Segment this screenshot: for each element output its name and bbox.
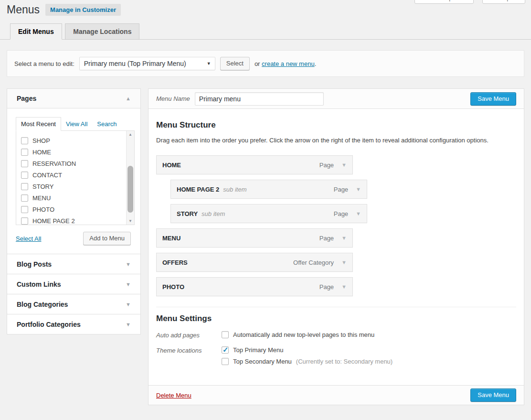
help-button[interactable]: Help [482, 0, 525, 4]
menu-item-label: MENU [162, 235, 181, 242]
menu-item-type: Offer Category [293, 259, 334, 266]
menu-item-label: STORY [177, 210, 198, 217]
chevron-down-icon[interactable]: ▼ [126, 322, 131, 327]
auto-add-checkbox[interactable] [222, 331, 229, 338]
menu-item-type: Page [334, 210, 348, 217]
pages-section-header[interactable]: Pages ▲ [7, 89, 140, 108]
delete-menu-link[interactable]: Delete Menu [156, 392, 191, 399]
page-checklist-label: MENU [32, 194, 51, 202]
scroll-down-icon[interactable]: ▼ [127, 217, 134, 225]
chevron-down-icon[interactable]: ▼ [341, 284, 347, 290]
chevron-up-icon[interactable]: ▲ [126, 96, 131, 101]
page-checkbox[interactable] [21, 217, 28, 225]
list-scrollbar[interactable]: ▲ ▼ [126, 131, 134, 225]
scroll-up-icon[interactable]: ▲ [127, 131, 134, 138]
create-menu-text: or create a new menu. [255, 60, 316, 67]
menu-item-home-page-2[interactable]: HOME PAGE 2 sub item Page ▼ [170, 180, 367, 199]
menu-select-bar: Select a menu to edit: Primary menu (Top… [7, 50, 524, 77]
chevron-down-icon[interactable]: ▼ [126, 302, 131, 307]
page-title: Menus [7, 3, 40, 17]
scrollbar-thumb[interactable] [127, 166, 133, 213]
page-checklist-label: RESERVATION [32, 160, 76, 167]
chevron-down-icon[interactable]: ▼ [356, 186, 361, 192]
menu-item-type: Page [319, 235, 334, 242]
page-checkbox[interactable] [21, 160, 28, 167]
menu-editor-panel: Menu Name Save Menu Menu Structure Drag … [148, 88, 524, 405]
top-secondary-checkbox[interactable] [222, 358, 229, 365]
tab-edit-menus[interactable]: Edit Menus [10, 23, 62, 40]
page-checklist-item: CONTACT [21, 169, 123, 181]
blog-categories-section: Blog Categories ▼ [7, 294, 140, 314]
page-checklist-item: HOME PAGE 2 [21, 215, 123, 225]
pages-section-title: Pages [17, 95, 36, 102]
pages-tabs: Most Recent View All Search [16, 117, 135, 130]
page-checkbox[interactable] [21, 149, 28, 156]
page-checklist-label: STORY [32, 183, 53, 190]
blog-categories-header[interactable]: Blog Categories ▼ [7, 294, 140, 314]
select-all-link[interactable]: Select All [16, 235, 41, 242]
menu-item-offers[interactable]: OFFERS Offer Category ▼ [156, 253, 353, 272]
menu-structure-heading: Menu Structure [156, 120, 516, 130]
menu-item-label: HOME PAGE 2 [177, 186, 219, 193]
menu-name-bar: Menu Name Save Menu [149, 89, 524, 109]
menu-item-label: OFFERS [162, 259, 188, 266]
top-primary-checkbox[interactable] [222, 346, 229, 354]
page-checklist-item: HOME [21, 146, 123, 158]
create-new-menu-link[interactable]: create a new menu [262, 60, 315, 67]
suffix-text: . [315, 60, 317, 67]
page-checklist-label: HOME PAGE 2 [32, 217, 75, 225]
chevron-down-icon[interactable]: ▼ [341, 162, 347, 168]
menu-settings-section: Menu Settings Auto add pages Automatical… [156, 307, 516, 365]
page-checkbox[interactable] [21, 183, 28, 190]
menu-select-value: Primary menu (Top Primary Menu) [84, 60, 186, 67]
page-checklist-item: RESERVATION [21, 158, 123, 169]
menu-item-photo[interactable]: PHOTO Page ▼ [156, 277, 353, 296]
screen-options-button[interactable]: Screen Options [414, 0, 474, 4]
sub-item-text: sub item [223, 186, 246, 193]
menu-item-home[interactable]: HOME Page ▼ [156, 155, 353, 174]
save-menu-button-bottom[interactable]: Save Menu [470, 388, 516, 402]
theme-locations-label: Theme locations [156, 346, 222, 365]
page-checkbox[interactable] [21, 206, 28, 213]
auto-add-pages-row: Auto add pages Automatically add new top… [156, 331, 516, 339]
auto-add-text: Automatically add new top-level pages to… [233, 331, 374, 338]
location-label: Top Primary Menu [233, 346, 283, 354]
page-checkbox[interactable] [21, 172, 28, 179]
page-checklist-label: SHOP [32, 137, 50, 144]
menu-item-menu[interactable]: MENU Page ▼ [156, 228, 353, 248]
location-top-primary[interactable]: Top Primary Menu [222, 346, 393, 354]
pages-section: Pages ▲ Most Recent View All Search SHOP [7, 89, 140, 254]
location-top-secondary[interactable]: Top Secondary Menu (Currently set to: Se… [222, 358, 393, 365]
blog-posts-header[interactable]: Blog Posts ▼ [7, 254, 140, 274]
page-checklist-label: PHOTO [32, 206, 54, 213]
chevron-down-icon[interactable]: ▼ [126, 281, 131, 287]
blog-posts-title: Blog Posts [17, 260, 52, 268]
tab-most-recent[interactable]: Most Recent [16, 117, 61, 131]
auto-add-pages-option[interactable]: Automatically add new top-level pages to… [222, 331, 374, 338]
page-checklist-item: STORY [21, 181, 123, 192]
blog-posts-section: Blog Posts ▼ [7, 254, 140, 274]
chevron-down-icon[interactable]: ▼ [341, 235, 347, 241]
page-checkbox[interactable] [21, 194, 28, 202]
custom-links-title: Custom Links [17, 280, 61, 288]
save-menu-button-top[interactable]: Save Menu [470, 92, 516, 106]
chevron-down-icon[interactable]: ▼ [341, 259, 347, 265]
tab-manage-locations[interactable]: Manage Locations [65, 23, 139, 39]
chevron-down-icon[interactable]: ▼ [126, 261, 131, 267]
location-note: (Currently set to: Secondary menu) [296, 358, 393, 365]
tab-view-all[interactable]: View All [61, 118, 92, 130]
manage-in-customizer-button[interactable]: Manage in Customizer [45, 4, 121, 16]
sub-item-text: sub item [202, 210, 225, 217]
select-button[interactable]: Select [220, 57, 250, 70]
page-checkbox[interactable] [21, 137, 28, 144]
menu-item-story[interactable]: STORY sub item Page ▼ [170, 204, 367, 223]
custom-links-header[interactable]: Custom Links ▼ [7, 274, 140, 294]
menu-select-dropdown[interactable]: Primary menu (Top Primary Menu) ▼ [79, 57, 215, 70]
add-to-menu-button[interactable]: Add to Menu [83, 232, 131, 245]
menu-item-label: PHOTO [162, 283, 184, 291]
menu-name-input[interactable] [195, 92, 324, 106]
chevron-down-icon[interactable]: ▼ [356, 211, 361, 216]
page-checklist-item: SHOP [21, 135, 123, 146]
portfolio-categories-header[interactable]: Portfolio Categories ▼ [7, 314, 140, 334]
tab-search[interactable]: Search [92, 118, 121, 130]
